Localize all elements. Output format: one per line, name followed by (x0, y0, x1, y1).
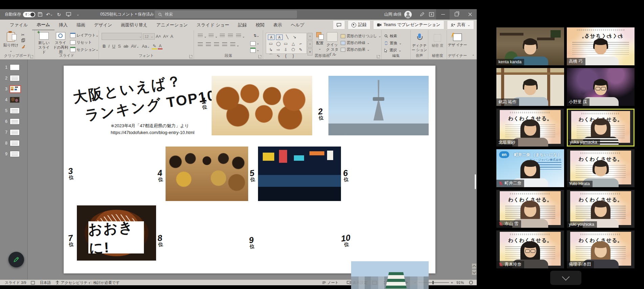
restore-button[interactable] (450, 9, 463, 20)
slide-thumbnail-7[interactable]: 7 (4, 129, 27, 135)
drawing-dialog-launcher[interactable] (377, 55, 380, 58)
shape-glyph-0[interactable]: A (268, 35, 275, 40)
find-button[interactable]: 検索 (384, 34, 408, 39)
search-input[interactable]: 検索 (155, 10, 297, 18)
slide-thumbnail-9[interactable]: 9 (4, 151, 27, 157)
document-title[interactable]: 0525朝礼コメント • 保存済み ⌄ (100, 12, 159, 17)
participant-tile-市山 雪[interactable]: わくわくさせる。市山 雪 (496, 190, 564, 228)
shape-glyph-8[interactable]: ⌐ (297, 41, 304, 47)
shapes-scroll-up[interactable]: ˄ (307, 33, 313, 40)
shape-glyph-6[interactable]: ▭ (282, 41, 289, 47)
participant-tile-北垣里紗[interactable]: わくわくさせる。北垣里紗 (496, 109, 564, 147)
shape-effects-button[interactable]: 図形の効果⌄ (341, 47, 381, 52)
teams-present-button[interactable]: Teams でプレゼンテーション (373, 20, 444, 29)
smartart-convert-icon[interactable]: ⌄ (250, 48, 259, 53)
zoom-in-button[interactable]: + (451, 281, 453, 285)
tab-ファイル[interactable]: ファイル (5, 20, 32, 30)
participant-tile-kenta kanda[interactable]: kenta kanda (496, 27, 564, 65)
line-spacing-icon[interactable] (236, 34, 241, 38)
slide-thumbnail-3[interactable]: 3 (4, 86, 27, 92)
participant-tile-町井二奈[interactable]: en町井二奈 （まちい にな）エン・ジャパン株式会社町井二奈 (496, 149, 564, 187)
shape-glyph-12[interactable]: ⬠ (289, 47, 297, 53)
shape-glyph-4[interactable]: ▭ (267, 41, 275, 47)
next-slide-button[interactable] (472, 270, 476, 275)
slide-thumbnail-2[interactable]: 2 (4, 75, 27, 81)
redo-icon[interactable]: ↻ (55, 11, 63, 18)
section-button[interactable]: セクション⌄ (70, 47, 99, 52)
sensitivity-button[interactable]: 秘密 度 (428, 30, 447, 48)
clear-formatting-button[interactable]: A (169, 34, 174, 39)
shape-glyph-3[interactable]: ↘ (291, 34, 298, 40)
zoom-slider-thumb[interactable] (432, 281, 434, 284)
bullets-icon[interactable] (198, 34, 203, 38)
align-left-icon[interactable] (198, 42, 203, 46)
tab-挿入[interactable]: 挿入 (55, 20, 72, 30)
cut-icon[interactable]: ✂ (21, 33, 25, 37)
ribbon-display-options-icon[interactable] (427, 11, 436, 18)
select-button[interactable]: 選択⌄ (384, 48, 408, 53)
align-center-icon[interactable] (206, 42, 211, 46)
decrease-indent-icon[interactable] (220, 34, 225, 38)
spellcheck-icon[interactable] (31, 281, 35, 285)
font-dialog-launcher[interactable] (189, 55, 193, 58)
share-button[interactable]: 共有 ⌄ (447, 20, 474, 29)
reset-button[interactable]: リセット (70, 40, 99, 45)
show-more-participants-button[interactable] (550, 271, 581, 285)
tab-表示[interactable]: 表示 (269, 20, 286, 30)
language-indicator[interactable]: 日本語 (40, 280, 51, 285)
slide-thumbnail-4[interactable]: 4 (4, 97, 27, 103)
previous-slide-button[interactable] (472, 264, 476, 269)
shapes-scroll-down[interactable]: ˅ (307, 41, 313, 48)
tab-ホーム[interactable]: ホーム (32, 20, 55, 30)
change-case-button[interactable]: Aa⌄ (141, 44, 151, 49)
strikethrough-button[interactable]: ab (123, 44, 129, 49)
shape-glyph-9[interactable]: ↳ (267, 47, 275, 53)
undo-icon[interactable]: ↶⌄ (45, 11, 54, 18)
slide-title[interactable]: 大阪といえば？ ランキング TOP10 (72, 66, 218, 127)
collapse-ribbon-icon[interactable]: ⌃ (472, 54, 475, 58)
slide-source-note[interactable]: ※2023年4月「47都道府県の魅力」より https://47todofuke… (111, 123, 194, 136)
tab-画面切り替え[interactable]: 画面切り替え (116, 20, 152, 30)
shape-glyph-7[interactable]: △ (289, 41, 297, 47)
layout-button[interactable]: レイアウト⌄ (70, 33, 99, 38)
participant-tile-高橋 巧[interactable]: わくわくさせる。高橋 巧 (567, 27, 635, 65)
copy-icon[interactable] (21, 38, 25, 43)
slide-thumbnail-5[interactable]: 5 (4, 108, 27, 114)
underline-button[interactable]: U (111, 44, 116, 49)
coming-soon-pencil-icon[interactable] (417, 11, 426, 18)
format-painter-icon[interactable] (21, 44, 25, 49)
columns-icon[interactable] (230, 42, 235, 46)
shape-glyph-2[interactable]: ╲ (283, 34, 291, 40)
participant-tile-yuka yamaoka[interactable]: わくわくさせる。yuka yamaoka (567, 109, 635, 147)
slide-canvas[interactable]: 大阪といえば？ ランキング TOP10 ※2023年4月「47都道府県の魅力」よ… (64, 66, 435, 273)
clipboard-dialog-launcher[interactable] (30, 55, 34, 58)
tab-デザイン[interactable]: デザイン (90, 20, 116, 30)
tab-スライド ショー[interactable]: スライド ショー (192, 20, 233, 30)
replace-button[interactable]: 置換⌄ (384, 41, 408, 46)
increase-indent-icon[interactable] (228, 34, 233, 38)
shape-outline-button[interactable]: 図形の枠線⌄ (341, 40, 381, 45)
bold-button[interactable]: B (102, 44, 107, 49)
autosave-switch[interactable]: オン (23, 12, 35, 17)
shape-glyph-11[interactable]: ⇩ (282, 47, 289, 53)
tab-描画[interactable]: 描画 (72, 20, 90, 30)
slide-image-dotonbori[interactable] (258, 147, 341, 201)
shape-fill-button[interactable]: 図形の塗りつぶし⌄ (341, 34, 381, 39)
participant-tile-yuki yoshioka[interactable]: わくわくさせる。yuki yoshioka (567, 190, 635, 228)
avatar[interactable] (404, 11, 412, 18)
text-direction-icon[interactable]: ⇅⌄ (253, 34, 259, 38)
scrollbar-thumb[interactable] (475, 174, 476, 189)
record-button[interactable]: 記録 (348, 20, 370, 29)
italic-button[interactable]: I (107, 44, 110, 49)
slide-thumbnail-8[interactable]: 8 (4, 140, 27, 146)
grow-font-button[interactable]: A˄ (155, 34, 162, 39)
notes-button[interactable]: ノート (322, 280, 339, 285)
align-text-icon[interactable]: ⌄ (250, 41, 259, 46)
paragraph-dialog-launcher[interactable] (258, 55, 262, 58)
participant-tile-Yuto Hirata[interactable]: わくわくさせる。Yuto Hirata (567, 149, 635, 187)
comments-button[interactable] (333, 20, 345, 29)
participant-tile-侑理子 本田[interactable]: わくわくさせる。侑理子 本田 (567, 230, 635, 268)
tab-ヘルプ[interactable]: ヘルプ (286, 20, 309, 30)
quick-access-overflow-icon[interactable]: ⌄ (73, 11, 82, 18)
slide-thumbnail-6[interactable]: 6 (4, 118, 27, 125)
